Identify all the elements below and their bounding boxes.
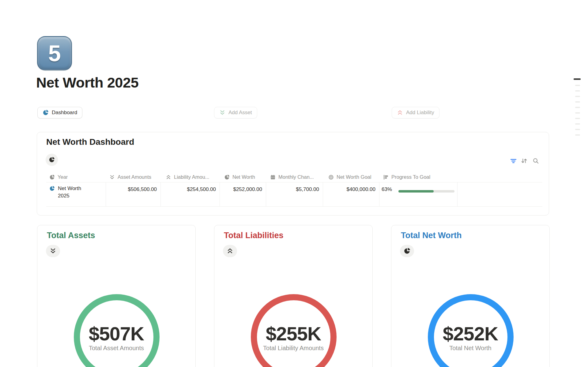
toc-item[interactable] <box>575 123 580 125</box>
total-assets-card: Total Assets $507K Total Asset Amounts <box>37 225 196 367</box>
double-chevron-up-icon <box>166 174 171 180</box>
add-liability-button-label: Add Liability <box>406 110 434 116</box>
column-header-monthly-change[interactable]: Monthly Chan... <box>270 172 322 182</box>
assets-total-label: Total Asset Amounts <box>37 345 195 352</box>
double-chevron-down-icon <box>50 248 56 254</box>
pie-chart-icon <box>43 110 49 116</box>
view-tab-pill[interactable] <box>46 154 58 166</box>
add-liability-button[interactable]: Add Liability <box>392 107 439 118</box>
toc-item[interactable] <box>575 101 580 103</box>
cell-net-worth[interactable]: $252,000.00 <box>220 185 266 194</box>
add-asset-button-label: Add Asset <box>228 110 252 116</box>
toc-item-active[interactable] <box>574 78 581 80</box>
progress-percent-label: 63% <box>382 185 392 194</box>
toc-item[interactable] <box>575 85 580 86</box>
total-assets-title[interactable]: Total Assets <box>47 231 95 240</box>
liabilities-view-pill[interactable] <box>223 245 237 257</box>
table-divider <box>46 206 542 207</box>
toc-item[interactable] <box>575 112 580 114</box>
net-worth-total-label: Total Net Worth <box>391 345 549 352</box>
pie-chart-icon <box>49 186 55 191</box>
progress-bar-fill <box>398 190 434 193</box>
liabilities-total-value: $255K <box>214 323 372 345</box>
net-worth-total-value: $252K <box>391 323 549 345</box>
cell-net-worth-goal[interactable]: $400,000.00 <box>323 185 379 194</box>
target-icon <box>328 174 334 180</box>
column-header-asset-amounts[interactable]: Asset Amounts <box>109 172 159 182</box>
table-divider <box>46 182 542 182</box>
net-worth-view-pill[interactable] <box>400 245 414 257</box>
page-icon-digit: 5 <box>48 40 61 66</box>
total-liabilities-card: Total Liabilities $255K Total Liability … <box>214 225 373 367</box>
column-header-liability-amounts[interactable]: Liability Amou... <box>166 172 218 182</box>
dashboard-button-label: Dashboard <box>52 110 77 116</box>
double-chevron-down-icon <box>219 110 225 116</box>
pie-chart-icon <box>49 174 55 180</box>
page-title[interactable]: Net Worth 2025 <box>36 74 138 91</box>
double-chevron-down-icon <box>109 174 115 180</box>
progress-flag-icon <box>383 174 389 180</box>
cell-liability-amounts[interactable]: $254,500.00 <box>160 185 220 194</box>
filter-icon[interactable] <box>510 157 517 164</box>
toc-item[interactable] <box>575 118 580 119</box>
toc-item[interactable] <box>575 134 580 136</box>
table-row-title-cell[interactable]: Net Worth 2025 <box>49 185 104 199</box>
total-net-worth-title[interactable]: Total Net Worth <box>401 231 462 240</box>
toc-item[interactable] <box>575 96 580 97</box>
add-asset-button[interactable]: Add Asset <box>214 107 257 118</box>
double-chevron-up-icon <box>397 110 403 116</box>
dashboard-card-title[interactable]: Net Worth Dashboard <box>46 137 134 147</box>
toc-item[interactable] <box>575 90 580 92</box>
pie-chart-icon <box>404 248 410 254</box>
column-divider <box>379 182 379 206</box>
column-divider <box>457 182 458 206</box>
net-worth-dashboard-card: Net Worth Dashboard Year Asset Amounts L… <box>37 132 549 215</box>
column-header-progress-to-goal[interactable]: Progress To Goal <box>383 172 457 182</box>
toc-item[interactable] <box>575 107 580 108</box>
column-header-year[interactable]: Year <box>49 172 104 182</box>
search-icon[interactable] <box>532 157 539 164</box>
sort-icon[interactable] <box>521 157 527 164</box>
cell-monthly-change[interactable]: $5,700.00 <box>266 185 323 194</box>
total-liabilities-title[interactable]: Total Liabilities <box>224 231 284 240</box>
assets-total-value: $507K <box>37 323 195 345</box>
double-chevron-up-icon <box>227 248 233 254</box>
liabilities-total-label: Total Liability Amounts <box>214 345 372 352</box>
calendar-icon <box>270 174 276 180</box>
dashboard-button[interactable]: Dashboard <box>37 107 82 118</box>
progress-bar <box>398 190 454 193</box>
pie-chart-icon <box>49 157 55 163</box>
row-title: Net Worth 2025 <box>58 185 93 199</box>
pie-chart-icon <box>224 174 230 180</box>
column-header-net-worth[interactable]: Net Worth <box>224 172 265 182</box>
page-icon[interactable]: 5 <box>37 36 72 70</box>
column-header-net-worth-goal[interactable]: Net Worth Goal <box>328 172 378 182</box>
toc-item[interactable] <box>575 129 580 130</box>
assets-view-pill[interactable] <box>46 245 60 257</box>
total-net-worth-card: Total Net Worth $252K Total Net Worth <box>391 225 550 367</box>
cell-asset-amounts[interactable]: $506,500.00 <box>106 185 160 194</box>
